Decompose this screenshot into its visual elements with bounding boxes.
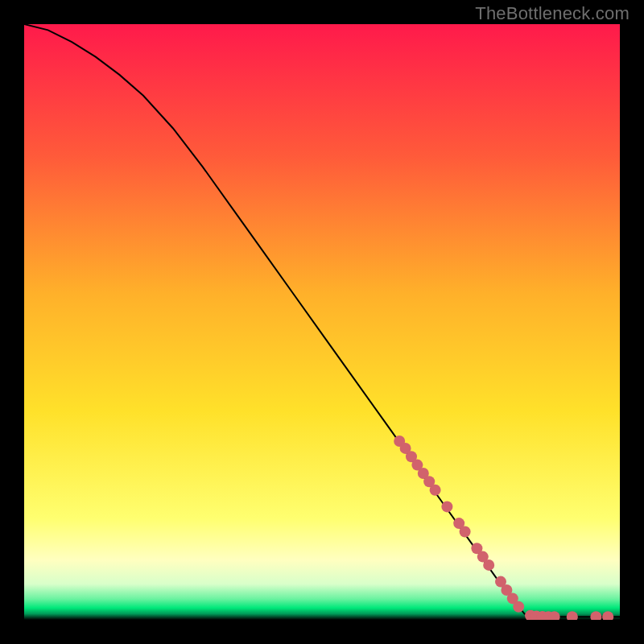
watermark-label: TheBottleneck.com [475, 3, 630, 24]
data-marker [441, 501, 452, 512]
data-marker [513, 601, 524, 613]
data-marker [430, 485, 441, 496]
chart-svg [24, 24, 620, 620]
data-marker [483, 559, 494, 571]
data-marker [460, 526, 471, 538]
chart-plot [24, 24, 620, 620]
chart-frame: TheBottleneck.com [0, 0, 644, 644]
chart-background [24, 24, 620, 620]
